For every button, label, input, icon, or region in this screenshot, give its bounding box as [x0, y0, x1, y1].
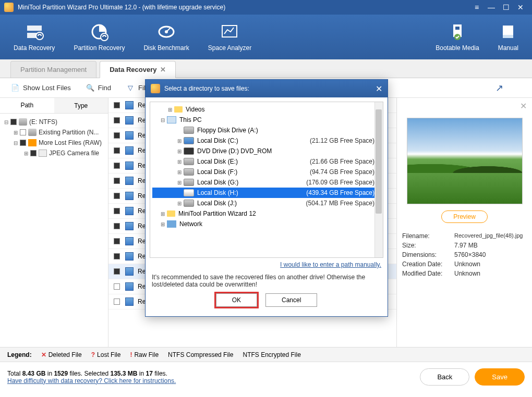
close-preview-icon[interactable]: ✕	[520, 101, 527, 111]
collapse-icon[interactable]: ⊟	[160, 117, 166, 123]
find-button[interactable]: 🔍Find	[86, 83, 111, 93]
expand-icon[interactable]: ⊞	[176, 159, 183, 165]
tab-data-recovery[interactable]: Data Recovery✕	[100, 61, 175, 78]
checkbox[interactable]	[114, 223, 120, 229]
directory-item[interactable]: ⊞ Local Disk (J:) (504.17 MB Free Space)	[152, 198, 381, 208]
checkbox[interactable]	[114, 178, 120, 184]
checkbox[interactable]	[114, 102, 120, 108]
bootable-media-button[interactable]: Bootable Media	[426, 19, 488, 55]
checkbox[interactable]	[114, 268, 120, 275]
file-icon	[125, 282, 134, 291]
back-button[interactable]: Back	[420, 368, 469, 386]
expand-icon[interactable]: ⊞	[160, 221, 166, 227]
directory-label: Local Disk (C:)	[197, 137, 238, 144]
legend-ntfs-encrypted: NTFS Encrypted File	[243, 351, 300, 358]
tree-root[interactable]: ⊟(E: NTFS)	[2, 117, 106, 127]
checkbox[interactable]	[114, 299, 120, 305]
expand-icon[interactable]: ⊞	[176, 169, 183, 175]
directory-item[interactable]: ⊞ Local Disk (E:) (21.66 GB Free Space)	[152, 156, 381, 167]
dialog-close-icon[interactable]: ✕	[376, 84, 382, 94]
bootable-media-icon	[448, 22, 467, 41]
folder-icon	[167, 210, 175, 217]
dialog-logo-icon	[151, 84, 160, 93]
preview-image	[407, 118, 523, 204]
checkbox[interactable]	[20, 129, 26, 135]
directory-label: Local Disk (E:)	[197, 158, 238, 165]
expand-icon[interactable]: ⊞	[13, 130, 19, 135]
collapse-icon[interactable]: ⊟	[13, 140, 19, 146]
checkbox[interactable]	[114, 283, 120, 290]
subtab-path[interactable]: Path	[0, 98, 54, 113]
checkbox[interactable]	[114, 163, 120, 169]
label: Disk Benchmark	[143, 44, 189, 52]
tree-existing-partition[interactable]: ⊞Existing Partition (N...	[2, 127, 106, 138]
checkbox[interactable]	[114, 147, 120, 154]
checkbox[interactable]	[114, 117, 120, 123]
file-icon	[125, 192, 134, 200]
menu-icon[interactable]: ≡	[469, 3, 484, 11]
directory-item[interactable]: ⊞ Local Disk (F:) (94.74 GB Free Space)	[152, 167, 381, 177]
expand-icon[interactable]: ⊞	[176, 201, 183, 206]
expand-icon[interactable]: ⊞	[23, 151, 29, 156]
dialog-titlebar: Select a directory to save files: ✕	[146, 80, 388, 97]
partition-recovery-button[interactable]: Partition Recovery	[64, 19, 134, 55]
directory-item[interactable]: ⊞ Videos	[152, 104, 381, 115]
directory-item[interactable]: ⊞ Local Disk (C:) (21.12 GB Free Space)	[152, 135, 381, 146]
directory-label: Network	[179, 220, 202, 228]
checkbox[interactable]	[114, 238, 120, 244]
help-link[interactable]: Have difficulty with data recovery? Clic…	[7, 377, 415, 384]
preview-button[interactable]: Preview	[441, 210, 488, 223]
disk-benchmark-icon	[157, 22, 176, 41]
scrollbar-thumb[interactable]	[376, 109, 382, 214]
tab-partition-management[interactable]: Partition Management	[10, 61, 96, 78]
free-space: (94.74 GB Free Space)	[310, 168, 380, 176]
directory-item[interactable]: ⊟ This PC	[152, 115, 381, 125]
expand-icon[interactable]: ⊞	[160, 211, 166, 217]
disk-benchmark-button[interactable]: Disk Benchmark	[134, 19, 198, 55]
directory-label: Local Disk (J:)	[197, 200, 237, 207]
minimize-icon[interactable]: —	[484, 3, 499, 11]
expand-icon[interactable]: ⊞	[176, 138, 183, 144]
cancel-button[interactable]: Cancel	[265, 293, 317, 307]
manual-path-link[interactable]: I would like to enter a path manually.	[150, 258, 383, 271]
directory-label: Local Disk (H:)	[197, 189, 238, 196]
directory-item[interactable]: ⊞ MiniTool Partition Wizard 12	[152, 208, 381, 219]
export-button[interactable]: ↗	[494, 83, 507, 93]
file-icon	[125, 237, 134, 245]
checkbox[interactable]	[10, 119, 17, 125]
free-space: (176.09 GB Free Space)	[306, 179, 380, 186]
subtab-type[interactable]: Type	[54, 98, 108, 113]
export-icon: ↗	[494, 83, 504, 93]
tree-jpeg-camera[interactable]: ⊞JPEG Camera file	[2, 148, 106, 158]
space-analyzer-button[interactable]: Space Analyzer	[199, 19, 261, 55]
checkbox[interactable]	[30, 150, 37, 156]
directory-item[interactable]: ⊞ Network	[152, 219, 381, 229]
checkbox[interactable]	[114, 208, 120, 214]
collapse-icon[interactable]: ⊟	[3, 119, 9, 125]
tree-more-lost-files[interactable]: ⊟More Lost Files (RAW)	[2, 138, 106, 148]
checkbox[interactable]	[114, 253, 120, 259]
checkbox[interactable]	[114, 193, 120, 199]
scrollbar[interactable]	[374, 102, 383, 257]
save-button[interactable]: Save	[475, 368, 525, 386]
directory-item[interactable]: ⊞ Local Disk (G:) (176.09 GB Free Space)	[152, 177, 381, 188]
drive-icon	[184, 200, 194, 207]
manual-icon	[499, 22, 517, 41]
window-title: MiniTool Partition Wizard Pro Ultimate 1…	[18, 4, 469, 11]
ok-button[interactable]: OK	[216, 293, 257, 307]
directory-item[interactable]: Local Disk (H:) (439.34 GB Free Space)	[152, 188, 381, 198]
expand-icon[interactable]: ⊞	[176, 148, 183, 154]
show-lost-files-button[interactable]: 📄Show Lost Files	[10, 83, 71, 93]
close-tab-icon[interactable]: ✕	[160, 66, 166, 73]
maximize-icon[interactable]: ☐	[499, 3, 513, 11]
data-recovery-button[interactable]: Data Recovery	[4, 19, 64, 55]
checkbox[interactable]	[20, 140, 26, 146]
checkbox[interactable]	[114, 132, 120, 139]
directory-item[interactable]: ⊞ DVD Drive (D:) DVD_ROM	[152, 146, 381, 156]
directory-tree[interactable]: ⊞ Videos ⊟ This PC Floppy Disk Drive (A:…	[150, 102, 383, 258]
expand-icon[interactable]: ⊞	[176, 180, 183, 185]
close-icon[interactable]: ✕	[513, 3, 528, 11]
directory-item[interactable]: Floppy Disk Drive (A:)	[152, 125, 381, 135]
manual-button[interactable]: Manual	[489, 19, 528, 55]
expand-icon[interactable]: ⊞	[167, 107, 173, 113]
